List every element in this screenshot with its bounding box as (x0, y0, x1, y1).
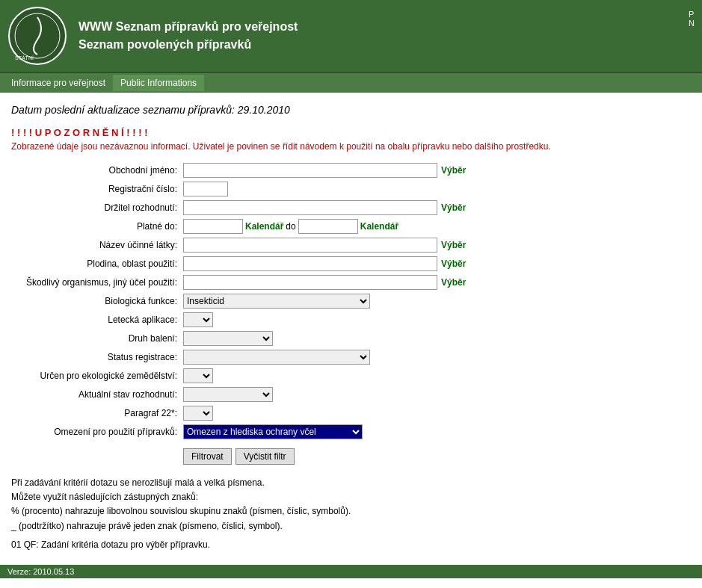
footer-version: Verze: 2010.05.13 (7, 567, 74, 576)
logo: STÁTNÍ (7, 6, 67, 66)
form-row-plodina: Plodina, oblast použití: Výběr (11, 256, 691, 271)
nav-item-czech[interactable]: Informace pro veřejnost (4, 75, 113, 91)
do-label: do (286, 221, 295, 232)
form-row-status: Status registrace: Registrován Zrušen (11, 350, 691, 365)
form-row-baleni: Druh balení: Kapalina Prášek (11, 331, 691, 346)
label-stavrozh: Aktuální stav rozhodnutí: (11, 389, 183, 400)
form-row-omezeni: Omezení pro použití přípravků: Omezen z … (11, 424, 691, 439)
input-drzitel[interactable] (183, 200, 437, 215)
label-biofunkce: Biologická funkce: (11, 296, 183, 306)
select-omezeni[interactable]: Omezen z hlediska ochrany včel Jiné omez… (183, 424, 363, 439)
info-text: Při zadávání kritérií dotazu se nerozliš… (11, 476, 691, 533)
label-plodina: Plodina, oblast použití: (11, 259, 183, 269)
input-platne-from[interactable] (183, 219, 243, 234)
form-row-drzitel: Držitel rozhodnutí: Výběr (11, 200, 691, 215)
vyber-obchodni[interactable]: Výběr (441, 165, 466, 176)
warning-title: ! ! ! ! U P O Z O R N Ě N Í ! ! ! ! (11, 127, 691, 138)
form-row-platne: Platné do: Kalendář do Kalendář (11, 219, 691, 234)
select-eko[interactable]: Ano Ne (183, 368, 213, 383)
input-plodina[interactable] (183, 256, 437, 271)
select-biofunkce[interactable]: Insekticid Fungicid Herbicid Rodenticid (183, 294, 370, 309)
label-omezeni: Omezení pro použití přípravků: (11, 427, 183, 437)
btn-row: Filtrovat Vyčistit filtr (183, 448, 691, 465)
info-line-3: % (procento) nahrazuje libovolnou souvis… (11, 504, 691, 519)
clear-button[interactable]: Vyčistit filtr (235, 448, 295, 465)
vyber-skodlivy[interactable]: Výběr (441, 277, 466, 288)
warning-text: Zobrazené údaje jsou nezávaznou informac… (11, 141, 691, 152)
header-title: WWW Seznam přípravků pro veřejnost Sezna… (78, 18, 689, 54)
form-row-eko: Určen pro ekologické zemědělství: Ano Ne (11, 368, 691, 383)
label-skodlivy: Škodlivý organismus, jiný účel použití: (11, 277, 183, 288)
label-status: Status registrace: (11, 352, 183, 362)
form-row-letecka: Letecká aplikace: Ano Ne (11, 312, 691, 327)
label-drzitel: Držitel rozhodnutí: (11, 202, 183, 213)
main-content: Datum poslední aktualizace seznamu přípr… (0, 93, 702, 557)
form-row-reg: Registrační číslo: (11, 182, 691, 196)
calendar-from[interactable]: Kalendář (245, 221, 283, 232)
vyber-drzitel[interactable]: Výběr (441, 202, 466, 213)
header: STÁTNÍ WWW Seznam přípravků pro veřejnos… (0, 0, 702, 72)
label-letecka: Letecká aplikace: (11, 315, 183, 325)
vyber-plodina[interactable]: Výběr (441, 259, 466, 269)
vyber-latka[interactable]: Výběr (441, 240, 466, 250)
info-line-2: Můžete využít následujících zástupných z… (11, 490, 691, 504)
input-reg[interactable] (183, 182, 228, 196)
form-row-latka: Název účinné látky: Výběr (11, 238, 691, 253)
nav-item-english[interactable]: Public Informations (113, 75, 204, 91)
select-letecka[interactable]: Ano Ne (183, 312, 213, 327)
select-status[interactable]: Registrován Zrušen (183, 350, 370, 365)
form-row-biofunkce: Biologická funkce: Insekticid Fungicid H… (11, 294, 691, 309)
label-latka: Název účinné látky: (11, 240, 183, 250)
navbar: Informace pro veřejnost Public Informati… (0, 72, 702, 93)
form-row-par22: Paragraf 22*: Ano Ne (11, 406, 691, 421)
input-skodlivy[interactable] (183, 275, 437, 290)
info-code: 01 QF: Zadání kritéria dotazu pro výběr … (11, 539, 691, 550)
svg-text:STÁTNÍ: STÁTNÍ (15, 55, 34, 61)
input-obchodni[interactable] (183, 163, 437, 178)
form-row-obchodni: Obchodní jméno: Výběr (11, 163, 691, 178)
update-date: Datum poslední aktualizace seznamu přípr… (11, 104, 691, 116)
calendar-to[interactable]: Kalendář (360, 221, 398, 232)
input-platne-to[interactable] (298, 219, 358, 234)
info-line-4: _ (podtržítko) nahrazuje právě jeden zna… (11, 519, 691, 533)
select-stavrozh[interactable]: Platné Zrušené (183, 387, 273, 402)
label-platne: Platné do: (11, 221, 183, 232)
label-obchodni: Obchodní jméno: (11, 165, 183, 176)
input-latka[interactable] (183, 238, 437, 253)
header-right: P N (689, 6, 695, 28)
select-baleni[interactable]: Kapalina Prášek (183, 331, 273, 346)
select-par22[interactable]: Ano Ne (183, 406, 213, 421)
label-par22: Paragraf 22*: (11, 408, 183, 418)
label-eko: Určen pro ekologické zemědělství: (11, 371, 183, 381)
info-line-1: Při zadávání kritérií dotazu se nerozliš… (11, 476, 691, 490)
label-reg: Registrační číslo: (11, 184, 183, 194)
footer: Verze: 2010.05.13 (0, 565, 702, 578)
form-row-skodlivy: Škodlivý organismus, jiný účel použití: … (11, 275, 691, 290)
label-baleni: Druh balení: (11, 333, 183, 344)
form-row-stavrozh: Aktuální stav rozhodnutí: Platné Zrušené (11, 387, 691, 402)
form-section: Obchodní jméno: Výběr Registrační číslo:… (11, 163, 691, 439)
filter-button[interactable]: Filtrovat (183, 448, 232, 465)
